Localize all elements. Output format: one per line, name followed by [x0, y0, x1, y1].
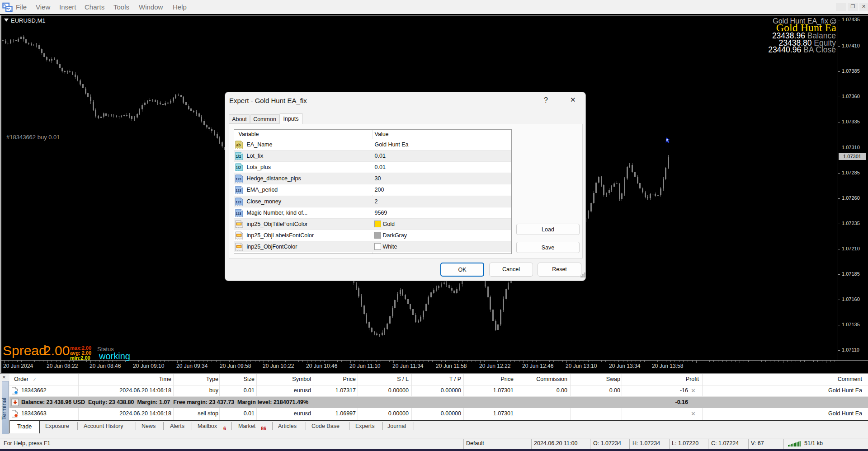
svg-text:1/2: 1/2: [236, 154, 241, 159]
svg-text:123: 123: [236, 188, 241, 193]
svg-text:ab: ab: [236, 143, 241, 147]
svg-text:123: 123: [236, 200, 241, 204]
svg-text:123: 123: [236, 177, 241, 181]
svg-text:1/2: 1/2: [236, 165, 241, 170]
svg-text:123: 123: [236, 211, 241, 215]
